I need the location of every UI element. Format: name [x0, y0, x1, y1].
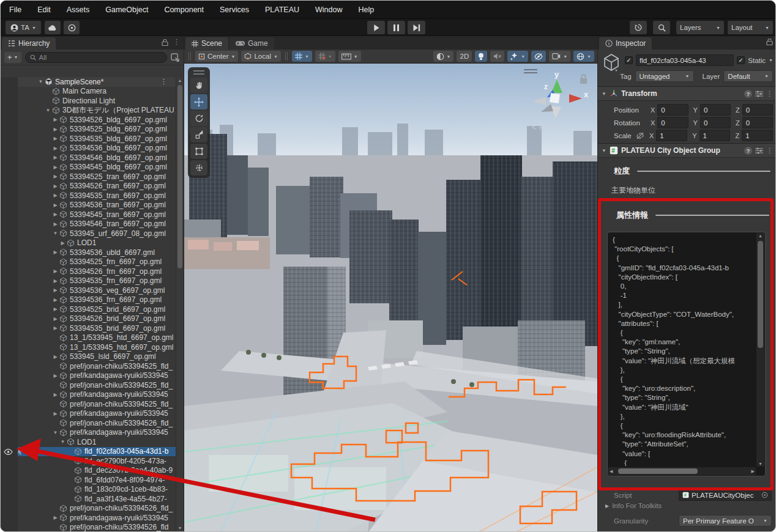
scrollbar-thumb[interactable]	[618, 468, 698, 474]
toolbar-grip[interactable]	[285, 52, 288, 61]
menu-plateau[interactable]: PLATEAU	[265, 6, 299, 14]
menu-help[interactable]: Help	[358, 6, 374, 14]
hierarchy-row[interactable]: ▶53394535_tran_6697_op.gml	[1, 191, 176, 201]
unit-snapping-dropdown[interactable]: ▼	[338, 51, 361, 62]
kebab-icon[interactable]: ⋮	[173, 38, 180, 46]
row-gutter[interactable]	[1, 96, 18, 106]
foldout-arrow-icon[interactable]: ▶	[51, 212, 59, 217]
rotation-y-field[interactable]: 0	[700, 117, 731, 128]
hierarchy-row[interactable]: ▶53394546_tran_6697_op.gml	[1, 220, 176, 229]
foldout-right-icon[interactable]: ▶	[605, 503, 609, 509]
row-gutter[interactable]	[1, 229, 18, 238]
static-checkbox[interactable]: ✓	[737, 56, 745, 64]
row-gutter[interactable]	[1, 172, 18, 182]
step-button[interactable]	[408, 21, 425, 34]
row-gutter[interactable]	[1, 523, 18, 532]
foldout-arrow-icon[interactable]: ▶	[51, 354, 59, 360]
hierarchy-row[interactable]: 53394525_frn_6697_op.gml	[1, 257, 176, 267]
name-field[interactable]: fld_f02cfa03-045a-43	[636, 54, 734, 66]
row-gutter[interactable]	[1, 267, 18, 276]
scrollbar-thumb[interactable]	[758, 241, 763, 348]
active-checkbox[interactable]: ✓	[625, 56, 633, 64]
row-gutter[interactable]	[1, 390, 18, 400]
hierarchy-row[interactable]: ▶53394535_frn_6697_op.gml	[1, 276, 176, 286]
foldout-arrow-icon[interactable]: ▶	[51, 221, 59, 227]
row-gutter[interactable]	[1, 276, 18, 286]
foldout-arrow-icon[interactable]: ▶	[51, 117, 59, 122]
hierarchy-row[interactable]: fld_aa3f143e-4a55-4b27-	[1, 494, 176, 504]
hierarchy-row[interactable]: pref/jonan-chiku/53394526_fld	[1, 523, 176, 532]
row-gutter[interactable]	[1, 437, 18, 447]
help-icon[interactable]: ?	[744, 90, 752, 98]
hand-tool[interactable]	[190, 78, 207, 93]
lock-icon[interactable]	[162, 39, 168, 46]
hierarchy-row[interactable]: ▶53394526_bldg_6697_op.gml	[1, 115, 176, 125]
account-button[interactable]: TA ▼	[6, 21, 41, 34]
hierarchy-row[interactable]: fld_dec2307b-0ae4-40ab-9	[1, 466, 176, 476]
layers-dropdown[interactable]: Layers ▼	[676, 21, 724, 34]
scrollbar-thumb[interactable]	[177, 85, 182, 268]
tab-game[interactable]: Game	[229, 37, 274, 50]
menu-edit[interactable]: Edit	[37, 6, 51, 14]
hierarchy-row[interactable]: ▶53394526_frn_6697_op.gml	[1, 267, 176, 276]
row-gutter[interactable]	[1, 342, 18, 352]
row-gutter[interactable]	[1, 314, 18, 324]
hierarchy-row[interactable]: pref/jonan-chiku/53394526_fld_	[1, 418, 176, 428]
foldout-arrow-icon[interactable]: ▶	[51, 249, 59, 255]
row-gutter[interactable]	[1, 513, 18, 523]
scroll-right-icon[interactable]: ▶	[752, 469, 755, 474]
hierarchy-row[interactable]: 13_1/533945_htd_6697_op.gml	[1, 333, 176, 343]
hierarchy-row[interactable]: ▶53394535_brid_6697_op.gml	[1, 323, 176, 333]
row-gutter[interactable]	[1, 191, 18, 201]
foldout-arrow-icon[interactable]: ▶	[51, 278, 59, 284]
object-picker-icon[interactable]	[761, 492, 768, 498]
row-gutter[interactable]	[1, 323, 18, 333]
row-gutter[interactable]	[1, 257, 18, 267]
scroll-down-icon[interactable]: ▼	[176, 526, 184, 530]
menu-services[interactable]: Services	[220, 6, 249, 14]
hierarchy-row[interactable]: ▶53394536_ubld_6697.gml	[1, 248, 176, 257]
row-gutter[interactable]	[1, 144, 18, 153]
foldout-arrow-icon[interactable]: ▶	[51, 127, 59, 132]
presets-icon[interactable]	[755, 147, 763, 154]
hierarchy-row[interactable]: pref/jonan-chiku/53394526_fld_	[1, 504, 176, 514]
row-gutter[interactable]	[1, 163, 18, 172]
hierarchy-row[interactable]: Main Camera	[1, 87, 176, 97]
script-object-field[interactable]: # PLATEAUCityObjec	[679, 489, 772, 501]
foldout-arrow-icon[interactable]: ▶	[51, 155, 59, 160]
row-gutter[interactable]	[1, 333, 18, 343]
hierarchy-row[interactable]: ▶53394525_tran_6697_op.gml	[1, 172, 176, 182]
hierarchy-row[interactable]: ▶53394525_brid_6697_op.gml	[1, 305, 176, 314]
foldout-arrow-icon[interactable]: ▶	[51, 325, 59, 331]
row-gutter[interactable]	[1, 153, 18, 163]
foldout-arrow-icon[interactable]: ▶	[51, 193, 59, 198]
row-gutter[interactable]	[1, 418, 18, 428]
row-gutter[interactable]	[1, 134, 18, 144]
hierarchy-row[interactable]: ▶pref/kandagawa-ryuiki/533945	[1, 409, 176, 419]
tab-inspector[interactable]: Inspector	[599, 37, 652, 50]
picking-icon[interactable]	[17, 448, 23, 456]
increment-snap-toggle[interactable]: ▼	[315, 51, 335, 62]
effects-dropdown[interactable]: ▼	[507, 51, 528, 62]
scale-tool[interactable]	[190, 127, 207, 142]
rect-tool[interactable]	[190, 144, 207, 159]
link-broken-icon[interactable]	[636, 132, 644, 139]
foldout-arrow-icon[interactable]: ▼	[59, 439, 67, 445]
hierarchy-row[interactable]: fld_f02cfa03-045a-43d1-b	[1, 447, 176, 457]
visibility-eye-icon[interactable]	[4, 449, 13, 455]
hierarchy-row[interactable]: ▼533945_urf_6697_08_op.gml	[1, 229, 176, 238]
grid-snap-toggle[interactable]: ▼	[292, 51, 312, 62]
create-button[interactable]: + ▼	[4, 52, 21, 63]
json-vertical-scrollbar[interactable]: ▲ ▼	[756, 233, 764, 467]
toolbar-grip[interactable]	[188, 52, 191, 61]
cloud-button[interactable]	[45, 21, 61, 34]
json-horizontal-scrollbar[interactable]: ◀ ▶	[608, 467, 756, 475]
foldout-arrow-icon[interactable]: ▶	[59, 240, 67, 246]
audio-toggle[interactable]	[490, 51, 504, 62]
foldout-arrow-icon[interactable]: ▶	[51, 411, 59, 416]
lighting-toggle[interactable]	[475, 51, 487, 62]
scene-visibility-toggle[interactable]	[531, 51, 546, 62]
position-y-field[interactable]: 0	[700, 104, 731, 116]
hierarchy-row[interactable]: ▶53394536_veg_6697_op.gml	[1, 286, 176, 295]
row-gutter[interactable]	[1, 238, 18, 248]
